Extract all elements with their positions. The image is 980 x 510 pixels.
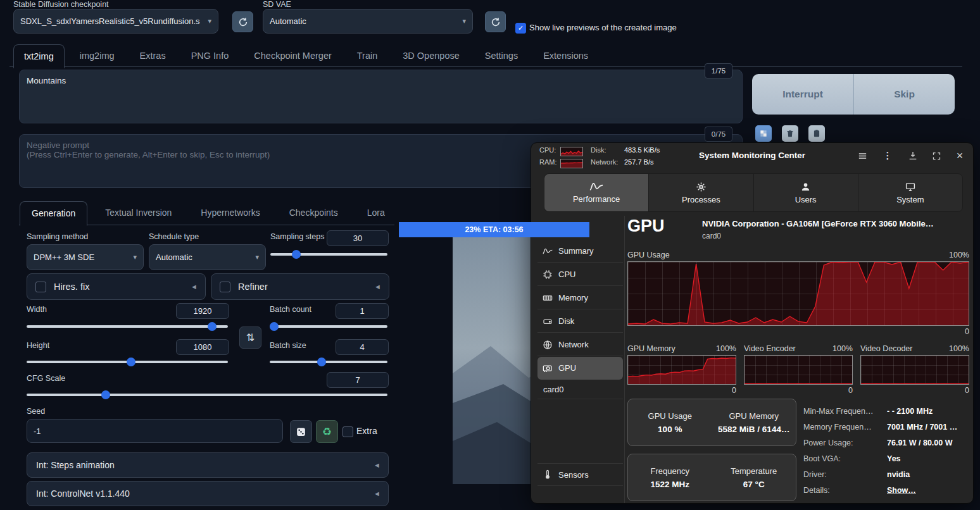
- generation-actions: Interrupt Skip: [752, 74, 955, 115]
- tab-settings[interactable]: Settings: [475, 44, 528, 67]
- collapse-icon[interactable]: ◄: [374, 283, 381, 290]
- tab-extensions[interactable]: Extensions: [533, 44, 598, 67]
- random-seed-button[interactable]: [290, 420, 312, 443]
- sidebar-item-network[interactable]: Network: [537, 333, 623, 356]
- sampling-method-dropdown[interactable]: DPM++ 3M SDE▾: [27, 244, 144, 270]
- preview-toggle-button[interactable]: [755, 125, 772, 142]
- tab-png-info[interactable]: PNG Info: [181, 44, 239, 67]
- schedule-type-dropdown[interactable]: Automatic▾: [149, 244, 266, 270]
- sampling-steps-slider[interactable]: [270, 253, 387, 256]
- tab-textual-inversion[interactable]: Textual Inversion: [94, 201, 183, 225]
- stat-memory-frequency-value: 7001 MHz / 7001 …: [887, 423, 957, 432]
- monitor-icon: [905, 182, 916, 192]
- paste-button[interactable]: [808, 125, 825, 142]
- swap-dimensions-button[interactable]: ⇅: [239, 327, 261, 349]
- refresh-icon: [491, 17, 501, 27]
- disk-icon: [543, 316, 553, 327]
- stat-details-show-link[interactable]: Show…: [887, 486, 916, 495]
- checkpoint-dropdown[interactable]: SDXL_S_sdxlYamersRealistic5_v5Rundiffusi…: [13, 9, 218, 34]
- hires-fix-row[interactable]: Hires. fix ◄: [27, 273, 206, 300]
- close-button[interactable]: ×: [952, 147, 968, 164]
- refiner-checkbox[interactable]: [220, 282, 230, 292]
- tab-checkpoint-merger[interactable]: Checkpoint Merger: [244, 44, 342, 67]
- batch-size-slider[interactable]: [270, 361, 387, 363]
- hires-fix-checkbox[interactable]: [35, 282, 46, 292]
- slider-handle[interactable]: [292, 250, 301, 259]
- tab-txt2img[interactable]: txt2img: [13, 44, 65, 68]
- live-preview-checkbox[interactable]: ✓: [515, 23, 526, 34]
- tab-hypernetworks[interactable]: Hypernetworks: [189, 201, 271, 225]
- sampling-steps-input[interactable]: 30: [327, 230, 389, 246]
- clear-prompt-button[interactable]: [782, 125, 798, 142]
- tab-users[interactable]: Users: [754, 174, 858, 211]
- sidebar-item-cpu[interactable]: CPU: [537, 263, 623, 286]
- accordion-steps-animation[interactable]: Int: Steps animation ◄: [27, 452, 389, 478]
- swap-icon: ⇅: [246, 332, 254, 344]
- tab-generation[interactable]: Generation: [20, 201, 87, 226]
- slider-handle[interactable]: [127, 358, 135, 366]
- gpu-device-name: NVIDIA Corporation - GA106M [GeForce RTX…: [702, 219, 934, 228]
- gpu-usage-chart-label: GPU Usage: [627, 251, 670, 259]
- width-slider[interactable]: [27, 325, 228, 328]
- options-menu-button[interactable]: ⋮: [879, 147, 896, 164]
- refresh-vae-button[interactable]: [485, 11, 506, 32]
- collapse-icon[interactable]: ◄: [191, 283, 198, 290]
- tab-processes[interactable]: Processes: [649, 174, 753, 211]
- fullscreen-icon: [932, 151, 941, 161]
- refiner-row[interactable]: Refiner ◄: [211, 273, 389, 300]
- stat-memory-frequency-label: Memory Frequen…: [803, 423, 872, 432]
- sidebar-item-card0[interactable]: card0: [537, 380, 623, 399]
- sidebar-item-summary[interactable]: Summary: [537, 240, 623, 263]
- stat-boot-vga-value: Yes: [887, 454, 901, 463]
- sidebar-item-memory[interactable]: Memory: [537, 287, 623, 309]
- maximize-button[interactable]: [928, 147, 945, 164]
- height-slider[interactable]: [27, 361, 228, 363]
- tab-lora[interactable]: Lora: [356, 201, 396, 225]
- tab-img2img[interactable]: img2img: [70, 44, 125, 67]
- tab-system[interactable]: System: [858, 174, 962, 211]
- checkpoint-label: Stable Diffusion checkpoint: [13, 0, 109, 9]
- sidebar-item-sensors[interactable]: Sensors: [537, 463, 623, 486]
- batch-count-slider[interactable]: [270, 325, 387, 328]
- main-menu-button[interactable]: [854, 147, 870, 164]
- batch-count-input[interactable]: 1: [336, 303, 389, 319]
- vae-dropdown[interactable]: Automatic ▾: [263, 9, 473, 34]
- reuse-seed-button[interactable]: ♻: [316, 420, 338, 443]
- width-input[interactable]: 1920: [176, 303, 229, 319]
- performance-icon: [589, 182, 603, 192]
- sensors-icon: [543, 470, 553, 480]
- sidebar-item-disk[interactable]: Disk: [537, 310, 623, 333]
- tab-performance[interactable]: Performance: [544, 174, 649, 211]
- tab-checkpoints[interactable]: Checkpoints: [278, 201, 349, 225]
- tab-train[interactable]: Train: [347, 44, 388, 67]
- cfg-scale-input[interactable]: 7: [327, 372, 389, 388]
- stable-diffusion-webui: Stable Diffusion checkpoint SDXL_S_sdxlY…: [0, 0, 980, 510]
- prompt-input[interactable]: [19, 70, 743, 123]
- export-button[interactable]: [905, 147, 921, 164]
- vae-value: Automatic: [270, 16, 306, 26]
- extra-seed-checkbox[interactable]: [342, 426, 353, 437]
- slider-handle[interactable]: [101, 390, 110, 399]
- tab-3d-openpose[interactable]: 3D Openpose: [393, 44, 469, 67]
- slider-handle[interactable]: [317, 358, 326, 366]
- negative-token-counter: 0/75: [705, 127, 732, 142]
- slider-handle[interactable]: [270, 322, 279, 331]
- hires-fix-label: Hires. fix: [54, 282, 89, 292]
- cfg-scale-slider[interactable]: [27, 394, 387, 396]
- slider-handle[interactable]: [208, 322, 217, 331]
- disk-value: 483.5 KiB/s: [624, 146, 660, 154]
- refresh-checkpoint-button[interactable]: [232, 11, 253, 32]
- tab-extras[interactable]: Extras: [130, 44, 176, 67]
- cfg-scale-label: CFG Scale: [27, 374, 65, 383]
- kebab-icon: ⋮: [883, 150, 893, 161]
- height-input[interactable]: 1080: [176, 339, 229, 355]
- checkerboard-icon: [759, 129, 768, 138]
- accordion-controlnet[interactable]: Int: ControlNet v1.1.440 ◄: [27, 481, 389, 506]
- skip-button[interactable]: Skip: [854, 74, 955, 115]
- batch-size-input[interactable]: 4: [336, 339, 389, 355]
- interrupt-button[interactable]: Interrupt: [752, 74, 854, 115]
- prompt-token-counter: 1/75: [705, 63, 732, 78]
- seed-input[interactable]: [27, 419, 283, 443]
- sidebar-item-gpu[interactable]: GPU: [537, 357, 623, 380]
- sampling-method-label: Sampling method: [27, 232, 88, 241]
